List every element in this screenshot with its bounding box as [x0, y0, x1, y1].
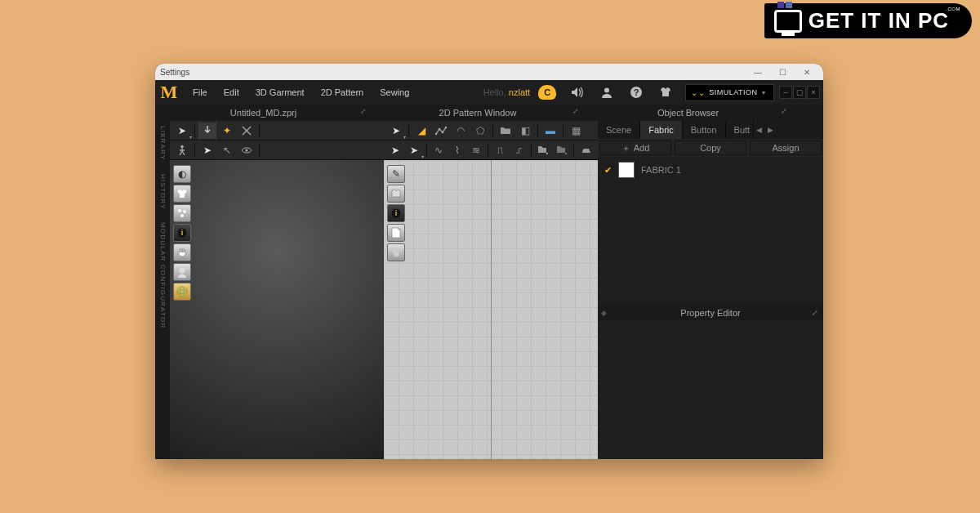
add-label: Add	[634, 143, 650, 153]
add-button[interactable]: ＋Add	[599, 141, 671, 155]
fabric-list: ✔ FABRIC 1	[598, 157, 823, 305]
viewport-2d[interactable]: ✎ i	[384, 160, 598, 459]
copy-button[interactable]: Copy	[675, 141, 746, 155]
wireframe-globe-icon[interactable]	[173, 283, 191, 301]
simulation-button[interactable]: ⌄⌄ SIMULATION ▾	[685, 84, 774, 101]
select-tool-icon[interactable]: ➤	[198, 142, 216, 158]
tab-fabric[interactable]: Fabric	[640, 121, 683, 139]
iron-tool-icon[interactable]	[577, 142, 595, 158]
list-item[interactable]: ✔ FABRIC 1	[604, 162, 817, 178]
tab-button[interactable]: Button	[683, 121, 726, 139]
assign-button[interactable]: Assign	[750, 141, 822, 155]
cursor-tool-icon[interactable]: ➤	[387, 142, 404, 158]
drag-handle-icon[interactable]: ◆	[601, 309, 607, 317]
drag-down-tool-icon[interactable]	[198, 123, 216, 139]
edge-tool-icon[interactable]: ◢	[412, 123, 430, 139]
sound-icon[interactable]	[568, 83, 587, 102]
os-minimize-button[interactable]: —	[746, 65, 769, 78]
panel-tab-3d[interactable]: Untitled_MD.zprj ⤢	[155, 105, 372, 121]
user-icon[interactable]	[597, 83, 617, 102]
monitor-icon	[774, 10, 802, 33]
svg-text:?: ?	[634, 87, 639, 97]
os-close-button[interactable]: ✕	[795, 65, 818, 78]
rail-tab-modular-configurator[interactable]: MODULAR CONFIGURATOR	[159, 222, 167, 328]
cloud-sync-button[interactable]: C	[538, 85, 556, 100]
help-icon[interactable]: ?	[626, 83, 646, 102]
square-tool-icon[interactable]: ▬	[541, 123, 559, 139]
fabric-swatch[interactable]	[618, 162, 635, 178]
seam-tool-3-icon[interactable]: ≋	[467, 142, 484, 158]
popout-icon[interactable]: ⤢	[812, 309, 818, 317]
sew-machine-2-icon[interactable]	[553, 142, 570, 158]
inner-minimize-button[interactable]: –	[779, 86, 792, 99]
info-badge-icon[interactable]: i	[173, 224, 191, 242]
palette-icon[interactable]: ◧	[516, 123, 534, 139]
fold-tool-1-icon[interactable]: ⎍	[492, 142, 509, 158]
toolbar-2d-row2: ➤ ➤▾ ∿ ⌇ ≋ ⎍ ⎎	[384, 141, 598, 160]
menu-2d-pattern[interactable]: 2D Pattern	[313, 87, 372, 97]
popout-icon[interactable]: ⤢	[781, 107, 787, 115]
svg-point-12	[177, 290, 187, 294]
menu-3d-garment[interactable]: 3D Garment	[247, 87, 313, 97]
toolbar-2d-row1: ➤▾ ◢ ◠ ⬠ ◧ ▬ ▦	[384, 121, 598, 141]
svg-point-5	[178, 209, 181, 212]
folder-icon[interactable]	[497, 123, 514, 139]
os-maximize-button[interactable]: ☐	[771, 65, 794, 78]
popout-icon[interactable]: ⤢	[360, 107, 367, 115]
tab-buttonhole[interactable]: Butt	[726, 121, 754, 139]
add-pattern-icon[interactable]	[387, 185, 405, 203]
brand-dots-icon	[777, 0, 792, 8]
menu-sewing[interactable]: Sewing	[372, 87, 417, 97]
menu-edit[interactable]: Edit	[216, 87, 247, 97]
svg-point-11	[177, 287, 187, 297]
tabs-scroll-left-icon[interactable]: ◀	[754, 121, 765, 139]
avatar-walk-icon[interactable]	[173, 142, 191, 158]
shape-tool-icon[interactable]: ⬠	[471, 123, 489, 139]
sew-machine-1-icon[interactable]	[535, 142, 552, 158]
rail-tab-history[interactable]: HISTORY	[159, 174, 167, 210]
panel-tab-object-browser[interactable]: Object Browser ⤢	[584, 105, 792, 121]
cursor-tool-icon[interactable]: ➤▾	[173, 123, 191, 139]
garment-display-icon[interactable]	[173, 185, 191, 203]
link-garment-icon[interactable]	[387, 243, 405, 261]
particles-icon[interactable]	[173, 204, 191, 222]
hand-tool-icon[interactable]	[173, 243, 191, 261]
rail-tab-library[interactable]: LIBRARY	[159, 126, 167, 161]
seam-tool-2-icon[interactable]: ⌇	[448, 142, 466, 158]
cursor-tool-icon[interactable]: ➤▾	[387, 123, 405, 139]
property-editor-body	[598, 321, 823, 459]
move-gizmo-tool-icon[interactable]: ✦	[218, 123, 236, 139]
tab-scene[interactable]: Scene	[598, 121, 640, 139]
cursor-alt-tool-icon[interactable]: ➤▾	[406, 142, 423, 158]
svg-point-4	[246, 149, 248, 151]
menu-file[interactable]: File	[185, 87, 216, 97]
fold-tool-2-icon[interactable]: ⎎	[510, 142, 528, 158]
inner-maximize-button[interactable]: ▢	[793, 86, 806, 99]
avatar-head-icon[interactable]	[173, 263, 191, 281]
pencil-tool-icon[interactable]: ✎	[387, 165, 405, 183]
eye-tool-icon[interactable]	[238, 142, 256, 158]
nav-arrow-icon[interactable]: ↖	[218, 142, 236, 158]
note-tool-icon[interactable]	[387, 224, 405, 242]
popout-icon[interactable]: ⤢	[572, 107, 579, 115]
app-logo: M	[158, 82, 180, 103]
brand-badge: GET IT IN PC .COM	[764, 3, 972, 38]
arc-tool-icon[interactable]: ◠	[452, 123, 470, 139]
surface-shading-icon[interactable]: ◐	[173, 165, 191, 183]
inner-close-button[interactable]: ×	[807, 86, 820, 99]
seam-tool-1-icon[interactable]: ∿	[430, 142, 448, 158]
brand-text: GET IT IN PC	[808, 8, 949, 33]
os-titlebar[interactable]: Settings — ☐ ✕	[155, 64, 823, 80]
toolbar-3d-row1: ➤▾ ✦	[170, 121, 384, 141]
panel-tab-2d[interactable]: 2D Pattern Window ⤢	[372, 105, 584, 121]
grid-icon[interactable]: ▦	[567, 123, 585, 139]
garment-icon[interactable]	[656, 83, 675, 102]
svg-text:i: i	[395, 209, 398, 217]
property-editor-header[interactable]: ◆ Property Editor ⤢	[598, 305, 823, 321]
polyline-tool-icon[interactable]	[432, 123, 450, 139]
viewport-3d[interactable]: ◐ i	[170, 160, 384, 459]
rotate-tool-icon[interactable]	[238, 123, 256, 139]
col-right: Scene Fabric Button Butt ◀ ▶ ＋Add Copy A…	[598, 121, 823, 459]
info-bubble-icon[interactable]: i	[387, 204, 405, 222]
tabs-scroll-right-icon[interactable]: ▶	[765, 121, 777, 139]
